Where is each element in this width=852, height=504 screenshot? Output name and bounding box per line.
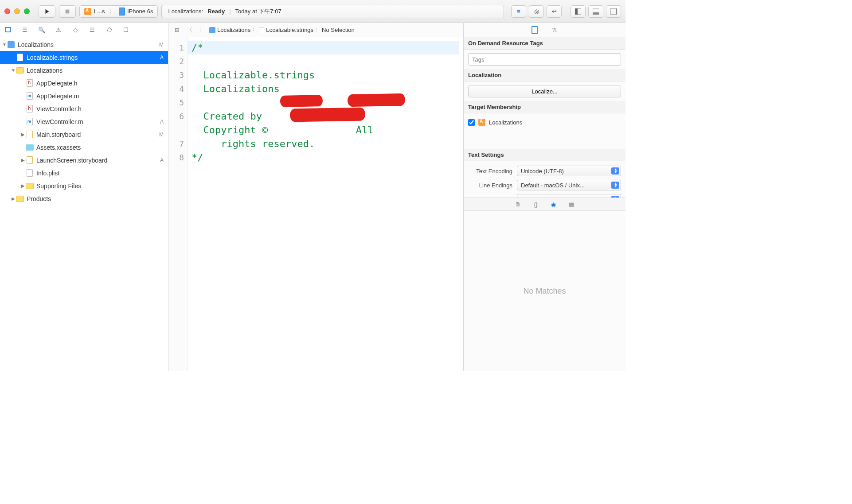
file-tree-row[interactable]: ▶LaunchScreen.storyboardA xyxy=(0,154,168,167)
scheme-selector[interactable]: L...s 〉 iPhone 6s xyxy=(79,5,158,18)
file-tree-row[interactable]: Localizable.stringsA xyxy=(0,51,168,64)
activity-view: Localizations: Ready | Today at 下午7:07 xyxy=(161,5,504,18)
file-inspector-tab[interactable] xyxy=(530,26,539,35)
svg-rect-8 xyxy=(532,27,537,34)
symbol-navigator-tab[interactable]: ☰ xyxy=(20,26,29,35)
forward-button[interactable]: 〉 xyxy=(197,25,207,35)
version-editor-button[interactable]: ↩ xyxy=(547,5,562,18)
localization-section-label: Localization xyxy=(464,69,625,81)
status-label: Ready xyxy=(207,8,225,15)
inspector: ?⃝ On Demand Resource Tags Localization … xyxy=(464,23,625,371)
file-tree[interactable]: ▼LocalizationsMLocalizable.stringsA▼Loca… xyxy=(0,37,168,371)
breakpoint-navigator-tab[interactable]: ⬠ xyxy=(105,26,113,35)
target-name: Localizations xyxy=(489,119,522,126)
file-tree-row[interactable]: Info.plist xyxy=(0,167,168,179)
lineendings-label: Line Endings xyxy=(468,182,512,189)
app-icon xyxy=(478,119,485,126)
scheme-device-label: iPhone 6s xyxy=(128,8,153,15)
svg-rect-4 xyxy=(593,12,599,15)
localize-button[interactable]: Localize... xyxy=(468,85,621,97)
help-inspector-tab[interactable]: ?⃝ xyxy=(551,26,559,35)
breadcrumb-item[interactable]: Localizable.strings xyxy=(266,27,313,33)
main-area: ☰ 🔍 ⚠ ◇ ☲ ⬠ ☐ ▼LocalizationsMLocalizable… xyxy=(0,23,625,371)
object-library-tab[interactable]: ◉ xyxy=(550,200,558,208)
file-tree-row[interactable]: ViewController.mA xyxy=(0,115,168,128)
inspector-tabs: ?⃝ xyxy=(464,23,625,37)
file-tree-row[interactable]: ▼LocalizationsM xyxy=(0,38,168,51)
tags-section-label: On Demand Resource Tags xyxy=(464,37,625,50)
assistant-editor-button[interactable]: ◎ xyxy=(529,5,544,18)
target-checkbox[interactable] xyxy=(468,119,475,126)
scheme-app-label: L...s xyxy=(94,8,105,15)
back-button[interactable]: 〈 xyxy=(184,25,194,35)
standard-editor-button[interactable]: ≡ xyxy=(511,5,526,18)
test-navigator-tab[interactable]: ◇ xyxy=(71,26,80,35)
file-template-tab[interactable]: 🗎 xyxy=(514,200,522,208)
issue-navigator-tab[interactable]: ⚠ xyxy=(54,26,63,35)
report-navigator-tab[interactable]: ☐ xyxy=(121,26,130,35)
indent-select[interactable]: Spaces▲▼ xyxy=(517,194,621,198)
status-project: Localizations: xyxy=(168,8,203,15)
app-icon xyxy=(84,8,91,15)
media-library-tab[interactable]: ▦ xyxy=(567,200,575,208)
svg-rect-6 xyxy=(616,8,617,15)
file-tree-row[interactable]: AppDelegate.m xyxy=(0,89,168,102)
file-tree-row[interactable]: ▶Products xyxy=(0,192,168,205)
close-icon[interactable] xyxy=(4,8,10,14)
no-matches-label: No Matches xyxy=(523,287,566,296)
file-tree-row[interactable]: ViewController.h xyxy=(0,102,168,115)
target-row[interactable]: Localizations xyxy=(468,117,621,128)
stop-button[interactable] xyxy=(59,5,76,18)
chevron-right-icon: 〉 xyxy=(109,8,115,16)
editor: ⊞ 〈 〉 Localizations 〉 Localizable.string… xyxy=(168,23,464,371)
run-button[interactable] xyxy=(39,5,55,18)
minimize-icon[interactable] xyxy=(14,8,20,14)
svg-rect-7 xyxy=(5,27,11,32)
encoding-select[interactable]: Unicode (UTF-8)▲▼ xyxy=(517,166,621,176)
file-tree-row[interactable]: AppDelegate.h xyxy=(0,77,168,89)
phone-icon xyxy=(119,8,125,16)
lineendings-select[interactable]: Default - macOS / Unix...▲▼ xyxy=(517,180,621,190)
debug-navigator-tab[interactable]: ☲ xyxy=(88,26,97,35)
toggle-debug-button[interactable] xyxy=(588,5,603,18)
code-editor[interactable]: /* Localizable.strings Localizations Cre… xyxy=(188,37,463,371)
svg-rect-5 xyxy=(610,8,617,15)
toolbar: L...s 〉 iPhone 6s Localizations: Ready |… xyxy=(0,0,625,23)
project-navigator-tab[interactable] xyxy=(4,26,12,35)
tags-input[interactable] xyxy=(468,53,621,66)
breadcrumb[interactable]: Localizations 〉 Localizable.strings 〉 No… xyxy=(209,27,355,33)
svg-rect-2 xyxy=(575,8,578,15)
svg-rect-0 xyxy=(66,9,70,13)
maximize-icon[interactable] xyxy=(24,8,30,14)
file-tree-row[interactable]: ▼Localizations xyxy=(0,64,168,77)
file-tree-row[interactable]: ▶Supporting Files xyxy=(0,179,168,192)
toggle-navigator-button[interactable] xyxy=(571,5,586,18)
toggle-inspector-button[interactable] xyxy=(606,5,621,18)
window-controls xyxy=(4,8,30,14)
code-snippet-tab[interactable]: {} xyxy=(532,200,540,208)
code-area: 12345678 /* Localizable.strings Localiza… xyxy=(168,37,463,371)
line-gutter: 12345678 xyxy=(168,37,188,371)
breadcrumb-item[interactable]: No Selection xyxy=(322,27,355,33)
breadcrumb-item[interactable]: Localizations xyxy=(217,27,250,33)
find-navigator-tab[interactable]: 🔍 xyxy=(37,26,46,35)
related-items-button[interactable]: ⊞ xyxy=(172,25,182,35)
text-settings-label: Text Settings xyxy=(464,149,625,161)
status-time: Today at 下午7:07 xyxy=(235,8,281,16)
encoding-label: Text Encoding xyxy=(468,168,512,174)
file-tree-row[interactable]: Assets.xcassets xyxy=(0,141,168,154)
library-tabs: 🗎 {} ◉ ▦ xyxy=(464,198,625,211)
navigator: ☰ 🔍 ⚠ ◇ ☲ ⬠ ☐ ▼LocalizationsMLocalizable… xyxy=(0,23,168,371)
target-section-label: Target Membership xyxy=(464,101,625,113)
jump-bar: ⊞ 〈 〉 Localizations 〉 Localizable.string… xyxy=(168,23,463,37)
navigator-tabs: ☰ 🔍 ⚠ ◇ ☲ ⬠ ☐ xyxy=(0,23,168,37)
file-tree-row[interactable]: ▶Main.storyboardM xyxy=(0,128,168,141)
library-body: No Matches xyxy=(464,211,625,371)
